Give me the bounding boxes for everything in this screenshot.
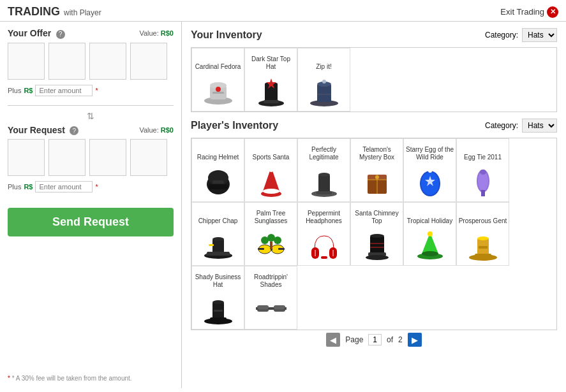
players-item-name-perfectly-legitimate: Perfectly Legitimate <box>299 146 348 161</box>
offer-slot-2[interactable] <box>48 43 86 80</box>
your-inventory-header: Your Inventory Category: Hats <box>191 28 557 42</box>
header: TRADING with Player Exit Trading ✕ <box>0 0 566 22</box>
sports-santa-img <box>253 164 288 199</box>
tropical-holiday-img <box>412 228 447 263</box>
your-category-select[interactable]: Hats <box>522 28 557 42</box>
svg-point-12 <box>322 80 326 83</box>
svg-rect-71 <box>475 254 491 258</box>
players-item-racing-helmet[interactable]: Racing Helmet <box>191 138 244 202</box>
players-item-name-peppermint-headphones: Peppermint Headphones <box>299 210 348 225</box>
prev-page-button[interactable]: ◀ <box>326 333 340 347</box>
svg-rect-48 <box>258 248 264 250</box>
svg-marker-43 <box>205 252 231 256</box>
offer-title: Your Offer <box>8 28 51 38</box>
request-help-icon[interactable]: ? <box>70 126 78 135</box>
players-inventory-section: Player's Inventory Category: Hats Racing… <box>191 119 557 349</box>
offer-slots <box>8 43 174 80</box>
shady-business-img <box>200 291 235 326</box>
page-title: TRADING <box>8 5 60 18</box>
offer-plus-rs: R$ <box>24 87 33 94</box>
svg-rect-24 <box>318 175 330 192</box>
next-page-button[interactable]: ▶ <box>408 333 422 347</box>
svg-point-67 <box>428 231 433 236</box>
svg-rect-84 <box>257 306 269 309</box>
players-item-roadtrippin[interactable]: Roadtrippin' Shades <box>244 266 297 330</box>
offer-value-label: Value: R$0 <box>139 29 174 37</box>
request-value-label: Value: R$0 <box>139 126 174 134</box>
svg-point-77 <box>212 300 224 304</box>
svg-point-64 <box>370 234 384 238</box>
fee-note: * * A 30% fee will be taken from the amo… <box>8 370 174 382</box>
svg-rect-58 <box>321 256 327 259</box>
offer-help-icon[interactable]: ? <box>56 30 65 39</box>
svg-rect-53 <box>270 242 272 249</box>
svg-point-63 <box>366 255 389 260</box>
players-item-name-roadtrippin: Roadtrippin' Shades <box>246 273 295 289</box>
offer-slot-3[interactable] <box>89 43 126 80</box>
players-item-name-egg-tie: Egg Tie 2011 <box>464 154 502 161</box>
page-total: 2 <box>398 335 403 344</box>
request-plus-row: Plus R$ * <box>8 181 174 192</box>
request-amount-input[interactable] <box>35 181 93 192</box>
players-item-tropical-holiday[interactable]: Tropical Holiday <box>403 202 456 266</box>
svg-rect-81 <box>268 307 274 310</box>
svg-rect-16 <box>209 184 228 189</box>
divider <box>8 105 174 106</box>
players-item-santa-chimney[interactable]: Santa Chimney Top <box>350 202 403 266</box>
svg-rect-38 <box>481 190 485 196</box>
offer-section: Your Offer ? Value: R$0 Plus R$ * <box>8 28 174 101</box>
svg-point-72 <box>477 236 489 240</box>
your-inventory-item-cardinal-fedora[interactable]: Cardinal Fedora <box>191 48 244 112</box>
svg-rect-85 <box>274 306 285 309</box>
players-item-egg-tie[interactable]: Egg Tie 2011 <box>456 138 509 202</box>
players-item-mystery-box[interactable]: Telamon's Mystery Box <box>350 138 403 202</box>
your-inventory-title: Your Inventory <box>191 29 262 41</box>
players-item-name-prosperous-gent: Prosperous Gent <box>459 217 507 225</box>
main-layout: Your Offer ? Value: R$0 Plus R$ * <box>0 22 566 388</box>
svg-rect-8 <box>264 100 279 103</box>
page-of-label: of <box>387 335 393 344</box>
santa-chimney-img <box>359 228 394 263</box>
offer-slot-4[interactable] <box>130 43 167 80</box>
players-item-prosperous-gent[interactable]: Prosperous Gent <box>456 202 509 266</box>
request-slot-2[interactable] <box>48 139 86 176</box>
exit-trading-button[interactable]: Exit Trading ✕ <box>500 6 558 18</box>
send-request-button[interactable]: Send Request <box>8 208 174 236</box>
dark-star-img <box>253 73 288 108</box>
players-item-peppermint-headphones[interactable]: Peppermint Headphones <box>297 202 350 266</box>
players-item-sports-santa[interactable]: Sports Santa <box>244 138 297 202</box>
peppermint-headphones-img <box>306 228 341 263</box>
players-item-name-sports-santa: Sports Santa <box>253 154 290 161</box>
your-inventory-item-dark-star-top-hat[interactable]: Dark Star Top Hat <box>244 48 297 112</box>
players-item-shady-business[interactable]: Shady Business Hat <box>191 266 244 330</box>
svg-point-42 <box>212 237 224 241</box>
players-inventory-title: Player's Inventory <box>191 120 278 131</box>
request-slot-3[interactable] <box>89 139 126 176</box>
svg-point-68 <box>422 251 438 256</box>
with-player-label: with Player <box>64 8 101 17</box>
svg-point-35 <box>428 169 432 173</box>
players-item-starry-egg[interactable]: Starry Egg of the Wild Ride <box>403 138 456 202</box>
players-item-palm-tree[interactable]: Palm Tree Sunglasses <box>244 202 297 266</box>
request-slot-4[interactable] <box>130 139 167 176</box>
svg-rect-76 <box>210 317 227 321</box>
svg-rect-25 <box>317 191 332 194</box>
request-value: R$0 <box>161 126 174 134</box>
offer-amount-input[interactable] <box>35 85 93 96</box>
your-category-label: Category: <box>485 31 518 40</box>
offer-plus-row: Plus R$ * <box>8 85 174 96</box>
request-slot-1[interactable] <box>8 139 45 176</box>
players-category-select[interactable]: Hats <box>522 119 557 133</box>
request-plus-label: Plus <box>8 183 21 191</box>
offer-slot-1[interactable] <box>8 43 45 80</box>
starry-egg-img <box>412 164 447 199</box>
egg-tie-img <box>465 164 500 199</box>
players-item-perfectly-legitimate[interactable]: Perfectly Legitimate <box>297 138 350 202</box>
players-item-chipper-chap[interactable]: Chipper Chap <box>191 202 244 266</box>
exit-x-icon: ✕ <box>547 6 558 18</box>
right-panel: Your Inventory Category: Hats Cardinal F… <box>182 22 566 388</box>
players-item-name-mystery-box: Telamon's Mystery Box <box>352 146 401 161</box>
svg-rect-44 <box>209 244 214 246</box>
players-item-name-santa-chimney: Santa Chimney Top <box>352 210 401 225</box>
your-inventory-item-zip-it[interactable]: Zip it! <box>297 48 350 112</box>
